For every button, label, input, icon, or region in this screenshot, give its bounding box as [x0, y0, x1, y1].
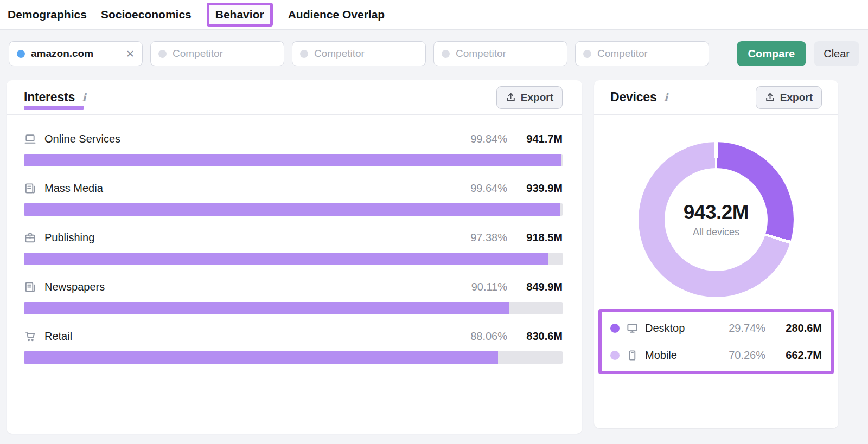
interest-row-retail: Retail 88.06% 830.6M — [24, 329, 563, 364]
laptop-icon — [24, 133, 36, 145]
competitor-field-2[interactable] — [314, 48, 418, 60]
domain-label: amazon.com — [31, 48, 93, 60]
progress-track — [24, 203, 563, 216]
compare-button[interactable]: Compare — [737, 41, 807, 66]
news-icon — [24, 281, 36, 293]
legend-row-desktop: Desktop 29.74% 280.6M — [610, 314, 822, 342]
competitor-dot — [583, 50, 591, 58]
competitor-input-3 — [433, 41, 567, 66]
competitor-dot — [300, 50, 308, 58]
competitor-field-1[interactable] — [173, 48, 276, 60]
progress-fill — [24, 154, 561, 166]
domain-dot — [17, 50, 25, 58]
export-button[interactable]: Export — [496, 86, 563, 109]
annotation-box-devices-legend: Desktop 29.74% 280.6M Mobile 70.26% 662.… — [598, 309, 834, 374]
devices-panel: Devices i Export 943.2M All devices — [594, 80, 838, 428]
upload-icon — [765, 92, 775, 102]
devices-donut-chart: 943.2M All devices — [639, 142, 794, 297]
competitor-input-2 — [292, 41, 426, 66]
desktop-icon — [626, 322, 639, 334]
competitor-input-4 — [575, 41, 709, 66]
progress-track — [24, 253, 563, 265]
progress-fill — [24, 351, 498, 364]
progress-track — [24, 154, 563, 166]
competitor-field-3[interactable] — [456, 48, 559, 60]
tab-socioeconomics[interactable]: Socioeconomics — [101, 8, 192, 21]
progress-track — [24, 302, 563, 314]
close-icon[interactable]: ✕ — [126, 49, 135, 59]
clear-button[interactable]: Clear — [814, 41, 859, 66]
donut-total-value: 943.2M — [684, 201, 749, 224]
competitor-dot — [158, 50, 167, 58]
cart-icon — [24, 330, 36, 343]
progress-fill — [24, 203, 560, 216]
upload-icon — [506, 92, 516, 102]
interests-title-highlight — [24, 106, 84, 110]
domain-chip[interactable]: amazon.com ✕ — [9, 41, 143, 66]
tab-demographics[interactable]: Demographics — [8, 8, 87, 21]
interests-panel: Interests i Export Online Services — [7, 80, 582, 434]
section-tabs: Demographics Socioeconomics Behavior Aud… — [0, 0, 868, 30]
info-icon[interactable]: i — [664, 91, 668, 104]
progress-track — [24, 351, 563, 364]
news-icon — [24, 182, 36, 195]
export-button[interactable]: Export — [756, 86, 822, 109]
devices-title: Devices — [610, 90, 657, 105]
tab-behavior[interactable]: Behavior — [215, 8, 264, 21]
annotation-box-behavior: Behavior — [207, 3, 273, 27]
progress-fill — [24, 253, 548, 265]
tab-audience-overlap[interactable]: Audience Overlap — [288, 8, 385, 21]
competitor-field-4[interactable] — [597, 48, 701, 60]
info-icon[interactable]: i — [82, 91, 86, 104]
interests-title: Interests — [24, 90, 75, 105]
legend-dot-mobile — [610, 351, 620, 360]
compare-toolbar: amazon.com ✕ Compare Clear — [9, 41, 859, 66]
interest-row-mass-media: Mass Media 99.64% 939.9M — [24, 181, 563, 216]
legend-row-mobile: Mobile 70.26% 662.7M — [610, 342, 822, 369]
interest-row-publishing: Publishing 97.38% 918.5M — [24, 230, 563, 265]
legend-dot-desktop — [610, 324, 620, 333]
interest-row-online-services: Online Services 99.84% 941.7M — [24, 131, 563, 166]
donut-total-label: All devices — [693, 227, 739, 238]
interest-row-newspapers: Newspapers 90.11% 849.9M — [24, 279, 563, 314]
competitor-input-1 — [150, 41, 284, 66]
mobile-icon — [626, 349, 639, 362]
progress-fill — [24, 302, 509, 314]
competitor-dot — [442, 50, 450, 58]
briefcase-icon — [24, 231, 36, 244]
